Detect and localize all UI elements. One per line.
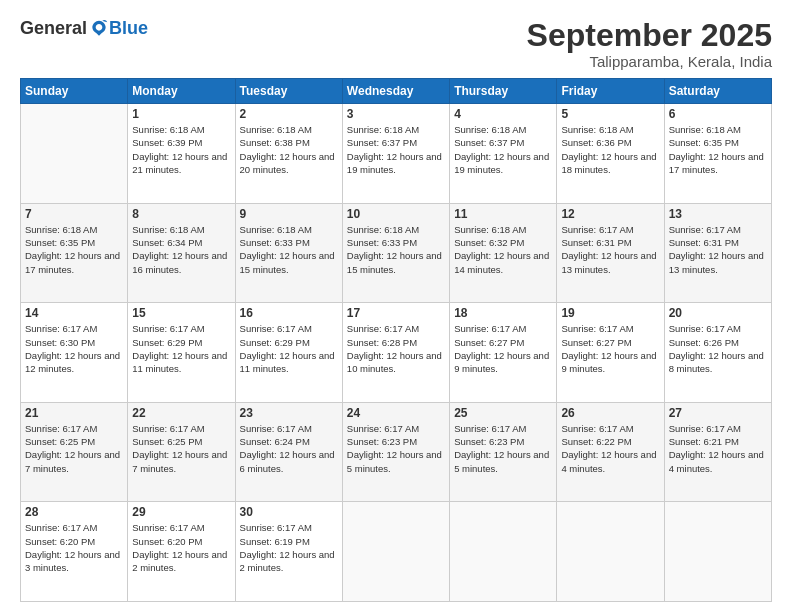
table-row <box>21 104 128 204</box>
header-wednesday: Wednesday <box>342 79 449 104</box>
day-number: 17 <box>347 306 445 320</box>
table-row: 27Sunrise: 6:17 AM Sunset: 6:21 PM Dayli… <box>664 402 771 502</box>
day-info: Sunrise: 6:18 AM Sunset: 6:37 PM Dayligh… <box>347 123 445 176</box>
table-row: 18Sunrise: 6:17 AM Sunset: 6:27 PM Dayli… <box>450 303 557 403</box>
table-row: 19Sunrise: 6:17 AM Sunset: 6:27 PM Dayli… <box>557 303 664 403</box>
day-info: Sunrise: 6:18 AM Sunset: 6:36 PM Dayligh… <box>561 123 659 176</box>
day-info: Sunrise: 6:17 AM Sunset: 6:25 PM Dayligh… <box>25 422 123 475</box>
logo-blue: Blue <box>109 18 148 39</box>
header-saturday: Saturday <box>664 79 771 104</box>
day-info: Sunrise: 6:18 AM Sunset: 6:32 PM Dayligh… <box>454 223 552 276</box>
day-number: 16 <box>240 306 338 320</box>
logo-icon <box>89 19 109 39</box>
day-info: Sunrise: 6:17 AM Sunset: 6:29 PM Dayligh… <box>240 322 338 375</box>
day-number: 10 <box>347 207 445 221</box>
table-row <box>557 502 664 602</box>
day-number: 5 <box>561 107 659 121</box>
day-number: 6 <box>669 107 767 121</box>
day-number: 21 <box>25 406 123 420</box>
table-row: 30Sunrise: 6:17 AM Sunset: 6:19 PM Dayli… <box>235 502 342 602</box>
day-info: Sunrise: 6:17 AM Sunset: 6:27 PM Dayligh… <box>454 322 552 375</box>
day-info: Sunrise: 6:18 AM Sunset: 6:38 PM Dayligh… <box>240 123 338 176</box>
table-row: 11Sunrise: 6:18 AM Sunset: 6:32 PM Dayli… <box>450 203 557 303</box>
day-number: 28 <box>25 505 123 519</box>
weekday-header-row: Sunday Monday Tuesday Wednesday Thursday… <box>21 79 772 104</box>
day-info: Sunrise: 6:17 AM Sunset: 6:30 PM Dayligh… <box>25 322 123 375</box>
table-row: 1Sunrise: 6:18 AM Sunset: 6:39 PM Daylig… <box>128 104 235 204</box>
table-row: 14Sunrise: 6:17 AM Sunset: 6:30 PM Dayli… <box>21 303 128 403</box>
table-row: 21Sunrise: 6:17 AM Sunset: 6:25 PM Dayli… <box>21 402 128 502</box>
day-number: 14 <box>25 306 123 320</box>
day-info: Sunrise: 6:17 AM Sunset: 6:29 PM Dayligh… <box>132 322 230 375</box>
calendar-table: Sunday Monday Tuesday Wednesday Thursday… <box>20 78 772 602</box>
day-info: Sunrise: 6:17 AM Sunset: 6:23 PM Dayligh… <box>347 422 445 475</box>
day-info: Sunrise: 6:17 AM Sunset: 6:24 PM Dayligh… <box>240 422 338 475</box>
calendar-week-row: 14Sunrise: 6:17 AM Sunset: 6:30 PM Dayli… <box>21 303 772 403</box>
day-number: 13 <box>669 207 767 221</box>
day-number: 22 <box>132 406 230 420</box>
calendar-week-row: 28Sunrise: 6:17 AM Sunset: 6:20 PM Dayli… <box>21 502 772 602</box>
table-row: 9Sunrise: 6:18 AM Sunset: 6:33 PM Daylig… <box>235 203 342 303</box>
table-row: 25Sunrise: 6:17 AM Sunset: 6:23 PM Dayli… <box>450 402 557 502</box>
table-row: 24Sunrise: 6:17 AM Sunset: 6:23 PM Dayli… <box>342 402 449 502</box>
day-info: Sunrise: 6:17 AM Sunset: 6:20 PM Dayligh… <box>132 521 230 574</box>
day-number: 26 <box>561 406 659 420</box>
table-row: 12Sunrise: 6:17 AM Sunset: 6:31 PM Dayli… <box>557 203 664 303</box>
day-info: Sunrise: 6:18 AM Sunset: 6:33 PM Dayligh… <box>347 223 445 276</box>
day-info: Sunrise: 6:17 AM Sunset: 6:25 PM Dayligh… <box>132 422 230 475</box>
month-title: September 2025 <box>527 18 772 53</box>
day-info: Sunrise: 6:17 AM Sunset: 6:27 PM Dayligh… <box>561 322 659 375</box>
table-row <box>664 502 771 602</box>
day-number: 2 <box>240 107 338 121</box>
day-number: 11 <box>454 207 552 221</box>
day-info: Sunrise: 6:18 AM Sunset: 6:33 PM Dayligh… <box>240 223 338 276</box>
day-number: 4 <box>454 107 552 121</box>
logo: General Blue <box>20 18 148 39</box>
table-row: 20Sunrise: 6:17 AM Sunset: 6:26 PM Dayli… <box>664 303 771 403</box>
day-number: 8 <box>132 207 230 221</box>
page: General Blue September 2025 Talipparamba… <box>0 0 792 612</box>
calendar-week-row: 1Sunrise: 6:18 AM Sunset: 6:39 PM Daylig… <box>21 104 772 204</box>
day-info: Sunrise: 6:17 AM Sunset: 6:26 PM Dayligh… <box>669 322 767 375</box>
table-row: 2Sunrise: 6:18 AM Sunset: 6:38 PM Daylig… <box>235 104 342 204</box>
day-info: Sunrise: 6:18 AM Sunset: 6:34 PM Dayligh… <box>132 223 230 276</box>
day-info: Sunrise: 6:18 AM Sunset: 6:35 PM Dayligh… <box>25 223 123 276</box>
table-row <box>342 502 449 602</box>
calendar-week-row: 7Sunrise: 6:18 AM Sunset: 6:35 PM Daylig… <box>21 203 772 303</box>
day-info: Sunrise: 6:17 AM Sunset: 6:23 PM Dayligh… <box>454 422 552 475</box>
table-row: 5Sunrise: 6:18 AM Sunset: 6:36 PM Daylig… <box>557 104 664 204</box>
day-number: 15 <box>132 306 230 320</box>
table-row: 7Sunrise: 6:18 AM Sunset: 6:35 PM Daylig… <box>21 203 128 303</box>
day-number: 19 <box>561 306 659 320</box>
day-number: 25 <box>454 406 552 420</box>
table-row: 16Sunrise: 6:17 AM Sunset: 6:29 PM Dayli… <box>235 303 342 403</box>
day-number: 23 <box>240 406 338 420</box>
header-thursday: Thursday <box>450 79 557 104</box>
logo-general: General <box>20 18 87 39</box>
day-number: 3 <box>347 107 445 121</box>
table-row <box>450 502 557 602</box>
day-info: Sunrise: 6:17 AM Sunset: 6:19 PM Dayligh… <box>240 521 338 574</box>
day-number: 29 <box>132 505 230 519</box>
logo-text: General Blue <box>20 18 148 39</box>
day-number: 12 <box>561 207 659 221</box>
day-info: Sunrise: 6:18 AM Sunset: 6:39 PM Dayligh… <box>132 123 230 176</box>
table-row: 26Sunrise: 6:17 AM Sunset: 6:22 PM Dayli… <box>557 402 664 502</box>
table-row: 6Sunrise: 6:18 AM Sunset: 6:35 PM Daylig… <box>664 104 771 204</box>
day-number: 24 <box>347 406 445 420</box>
day-number: 30 <box>240 505 338 519</box>
day-info: Sunrise: 6:17 AM Sunset: 6:31 PM Dayligh… <box>669 223 767 276</box>
day-info: Sunrise: 6:17 AM Sunset: 6:21 PM Dayligh… <box>669 422 767 475</box>
table-row: 28Sunrise: 6:17 AM Sunset: 6:20 PM Dayli… <box>21 502 128 602</box>
day-info: Sunrise: 6:17 AM Sunset: 6:31 PM Dayligh… <box>561 223 659 276</box>
table-row: 4Sunrise: 6:18 AM Sunset: 6:37 PM Daylig… <box>450 104 557 204</box>
header-tuesday: Tuesday <box>235 79 342 104</box>
top-section: General Blue September 2025 Talipparamba… <box>20 18 772 70</box>
location-title: Talipparamba, Kerala, India <box>527 53 772 70</box>
table-row: 10Sunrise: 6:18 AM Sunset: 6:33 PM Dayli… <box>342 203 449 303</box>
day-number: 7 <box>25 207 123 221</box>
header-friday: Friday <box>557 79 664 104</box>
calendar-week-row: 21Sunrise: 6:17 AM Sunset: 6:25 PM Dayli… <box>21 402 772 502</box>
table-row: 15Sunrise: 6:17 AM Sunset: 6:29 PM Dayli… <box>128 303 235 403</box>
day-number: 27 <box>669 406 767 420</box>
